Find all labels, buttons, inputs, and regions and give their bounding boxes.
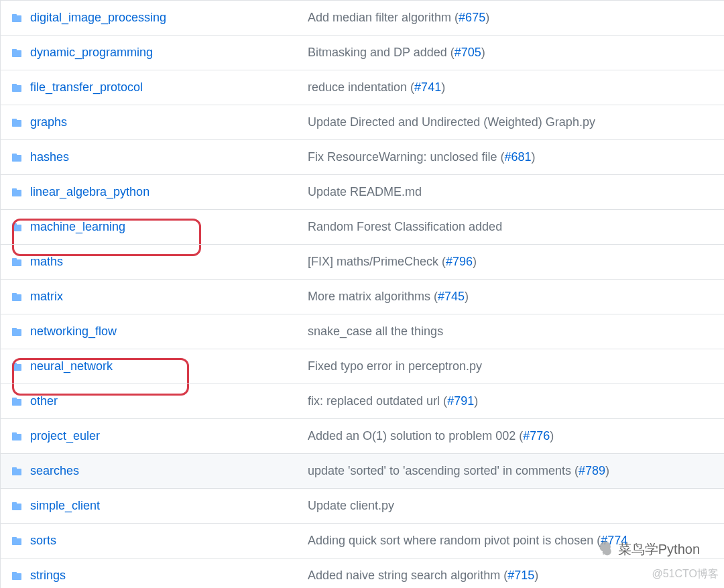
folder-name-link[interactable]: matrix (30, 290, 63, 304)
commit-message[interactable]: Add median filter algorithm (#675) (308, 11, 715, 25)
pr-link[interactable]: #705 (455, 46, 481, 59)
table-row: machine_learningRandom Forest Classifica… (1, 209, 724, 244)
table-row: digital_image_processingAdd median filte… (1, 0, 724, 35)
folder-icon (10, 13, 23, 23)
folder-name-link[interactable]: linear_algebra_python (30, 185, 149, 199)
folder-icon (10, 82, 23, 93)
commit-message[interactable]: Fixed typo error in perceptron.py (308, 359, 715, 373)
folder-name-link[interactable]: neural_network (30, 359, 113, 373)
table-row: project_eulerAdded an O(1) solution to p… (1, 418, 724, 453)
folder-name-link[interactable]: file_transfer_protocol (30, 80, 143, 95)
folder-name-link[interactable]: strings (30, 569, 66, 583)
table-row: linear_algebra_pythonUpdate README.md (1, 174, 724, 209)
table-row: matrixMore matrix algorithms (#745) (1, 279, 724, 314)
table-row: stringsAdded naive string search algorit… (1, 558, 724, 588)
folder-icon (10, 396, 23, 407)
folder-name-link[interactable]: project_euler (30, 429, 100, 443)
folder-icon (10, 571, 23, 581)
folder-icon (10, 152, 23, 163)
folder-name-link[interactable]: digital_image_processing (30, 11, 166, 25)
commit-message[interactable]: Update README.md (308, 185, 715, 199)
commit-message[interactable]: update 'sorted' to 'ascending sorted' in… (308, 464, 715, 478)
folder-icon (10, 48, 23, 58)
folder-icon (10, 431, 23, 442)
pr-link[interactable]: #745 (438, 290, 465, 303)
table-row: graphsUpdate Directed and Undirected (We… (1, 105, 724, 139)
folder-name-link[interactable]: networking_flow (30, 325, 117, 339)
watermark-chat: 菜鸟学Python (594, 540, 700, 558)
table-row: file_transfer_protocolreduce indentation… (1, 70, 724, 105)
watermark-chat-text: 菜鸟学Python (618, 540, 700, 558)
folder-icon (10, 117, 23, 128)
folder-icon (10, 257, 23, 268)
folder-icon (10, 222, 23, 233)
folder-name-link[interactable]: graphs (30, 115, 67, 129)
commit-message[interactable]: reduce indentation (#741) (308, 80, 715, 95)
folder-icon (10, 466, 23, 477)
table-row: simple_clientUpdate client.py (1, 488, 724, 523)
folder-name-link[interactable]: simple_client (30, 499, 100, 513)
pr-link[interactable]: #791 (447, 394, 474, 408)
folder-name-link[interactable]: hashes (30, 150, 69, 164)
table-row: maths[FIX] maths/PrimeCheck (#796) (1, 244, 724, 279)
folder-icon (10, 501, 23, 512)
commit-message[interactable]: More matrix algorithms (#745) (308, 290, 715, 304)
table-row: dynamic_programmingBitmasking and DP add… (1, 35, 724, 70)
pr-link[interactable]: #776 (523, 429, 550, 443)
folder-icon (10, 361, 23, 372)
folder-icon (10, 536, 23, 546)
commit-message[interactable]: Bitmasking and DP added (#705) (308, 46, 715, 60)
folder-name-link[interactable]: searches (30, 464, 79, 478)
wechat-icon (594, 540, 613, 558)
table-row: neural_networkFixed typo error in percep… (1, 349, 724, 384)
commit-message[interactable]: Random Forest Classification added (308, 220, 715, 234)
commit-message[interactable]: Update client.py (308, 499, 715, 513)
folder-name-link[interactable]: dynamic_programming (30, 46, 153, 60)
file-list: digital_image_processingAdd median filte… (0, 0, 724, 588)
folder-name-link[interactable]: other (30, 394, 58, 408)
folder-name-link[interactable]: machine_learning (30, 220, 125, 234)
commit-message[interactable]: Fix ResourceWarning: unclosed file (#681… (308, 150, 715, 164)
pr-link[interactable]: #789 (579, 464, 605, 477)
pr-link[interactable]: #715 (507, 569, 534, 582)
pr-link[interactable]: #741 (414, 80, 441, 94)
pr-link[interactable]: #675 (459, 11, 485, 24)
pr-link[interactable]: #681 (504, 150, 531, 164)
commit-message[interactable]: [FIX] maths/PrimeCheck (#796) (308, 255, 715, 269)
watermark-blog: @51CTO博客 (652, 567, 719, 581)
folder-name-link[interactable]: maths (30, 255, 63, 269)
table-row: otherfix: replaced outdated url (#791) (1, 384, 724, 418)
folder-icon (10, 327, 23, 337)
commit-message[interactable]: fix: replaced outdated url (#791) (308, 394, 715, 408)
pr-link[interactable]: #796 (446, 255, 473, 268)
commit-message[interactable]: snake_case all the things (308, 325, 715, 339)
table-row: hashesFix ResourceWarning: unclosed file… (1, 139, 724, 174)
commit-message[interactable]: Added an O(1) solution to problem 002 (#… (308, 429, 715, 443)
commit-message[interactable]: Update Directed and Undirected (Weighted… (308, 115, 715, 129)
table-row: searchesupdate 'sorted' to 'ascending so… (1, 453, 724, 488)
folder-icon (10, 292, 23, 302)
folder-icon (10, 187, 23, 198)
table-row: networking_flowsnake_case all the things (1, 314, 724, 349)
folder-name-link[interactable]: sorts (30, 534, 56, 548)
